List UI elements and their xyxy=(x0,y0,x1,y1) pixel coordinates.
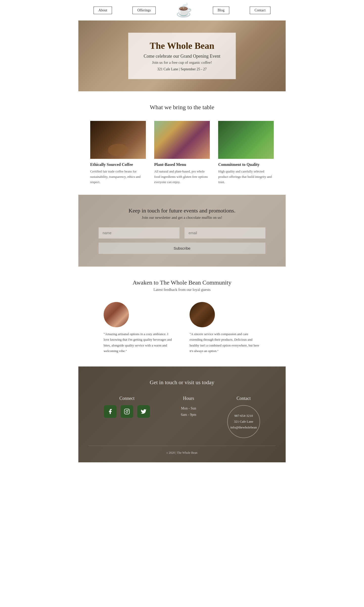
plant-image xyxy=(218,121,274,159)
hero-section: The Whole Bean Come celebrate our Grand … xyxy=(78,20,286,91)
footer-hours: Hours Mon - Sun 6am - 9pm xyxy=(181,396,196,438)
newsletter-input-row xyxy=(99,227,265,239)
hero-subtitle: Come celebrate our Grand Opening Event xyxy=(144,54,220,59)
footer-columns: Connect xyxy=(88,396,276,438)
feature-coffee-desc: Certified fair trade coffee beans for su… xyxy=(90,169,146,185)
newsletter-heading: Keep in touch for future events and prom… xyxy=(99,207,265,214)
logo: ☕ xyxy=(176,3,192,18)
features-heading: What we bring to the table xyxy=(88,104,276,111)
newsletter-subtext: Join our newsletter and get a chocolate … xyxy=(99,215,265,220)
email-input[interactable] xyxy=(185,227,265,239)
contact-address: 321 Cafe Lane xyxy=(234,419,253,424)
nav-offerings[interactable]: Offerings xyxy=(132,7,155,14)
testimonial-1: "Amazing artisanal options in a cozy amb… xyxy=(104,302,174,354)
hero-address: 321 Cafe Lane | September 25 - 27 xyxy=(144,67,220,71)
coffee-cup-icon: ☕ xyxy=(176,3,192,18)
contact-circle: 987-654-3210 321 Cafe Lane info@thewhole… xyxy=(227,405,260,438)
features-section: What we bring to the table Ethically Sou… xyxy=(78,91,286,195)
connect-title: Connect xyxy=(104,396,150,401)
newsletter-form: Subscribe xyxy=(99,227,265,254)
facebook-icon[interactable] xyxy=(104,405,117,418)
nav-contact[interactable]: Contact xyxy=(250,7,270,14)
subscribe-button[interactable]: Subscribe xyxy=(99,243,265,254)
contact-email: info@thewholebean xyxy=(230,424,257,430)
feature-coffee-title: Ethically Sourced Coffee xyxy=(90,162,146,167)
footer-section: Get in touch or visit us today Connect xyxy=(78,366,286,462)
feature-quality-desc: High quality and carefully selected prod… xyxy=(218,169,274,185)
nav-blog[interactable]: Blog xyxy=(213,7,229,14)
testimonial-2: "A sincere service with compassion and c… xyxy=(190,302,260,354)
features-list: Ethically Sourced Coffee Certified fair … xyxy=(88,121,276,185)
community-heading: Awaken to The Whole Bean Community xyxy=(88,279,276,286)
twitter-icon[interactable] xyxy=(137,405,150,418)
nav-about[interactable]: About xyxy=(94,7,112,14)
instagram-icon[interactable] xyxy=(121,405,133,418)
hours-title: Hours xyxy=(181,396,196,401)
figs-image xyxy=(154,121,210,159)
feature-plant: Plant-Based Menu All natural and plant-b… xyxy=(154,121,210,185)
name-input[interactable] xyxy=(99,227,179,239)
footer-heading: Get in touch or visit us today xyxy=(88,379,276,386)
contact-phone: 987-654-3210 xyxy=(234,413,253,419)
feature-plant-title: Plant-Based Menu xyxy=(154,162,210,167)
community-section: Awaken to The Whole Bean Community Lates… xyxy=(78,267,286,366)
community-subtext: Latest feedback from our loyal guests xyxy=(88,288,276,292)
svg-point-1 xyxy=(126,410,128,413)
hours-time: 6am - 9pm xyxy=(181,411,196,418)
feature-quality: Commitment to Quality High quality and c… xyxy=(218,121,274,185)
svg-point-2 xyxy=(128,410,129,410)
navigation: About Offerings ☕ Blog Contact xyxy=(78,0,286,20)
hero-card: The Whole Bean Come celebrate our Grand … xyxy=(128,33,236,79)
testimonial-1-quote: "Amazing artisanal options in a cozy amb… xyxy=(104,331,174,354)
copyright: c 2020 | The Whole Bean xyxy=(88,446,276,455)
svg-rect-0 xyxy=(124,409,129,414)
feature-quality-title: Commitment to Quality xyxy=(218,162,274,167)
hours-days: Mon - Sun xyxy=(181,405,196,411)
contact-title: Contact xyxy=(227,396,260,401)
feature-coffee: Ethically Sourced Coffee Certified fair … xyxy=(90,121,146,185)
coffee-image xyxy=(90,121,146,159)
hero-sub2: Join us for a free cup of organic coffee… xyxy=(144,60,220,65)
brand-title: The Whole Bean xyxy=(144,40,220,51)
social-icons xyxy=(104,405,150,418)
newsletter-section: Keep in touch for future events and prom… xyxy=(78,195,286,267)
avatar-2 xyxy=(190,302,215,327)
testimonials-list: "Amazing artisanal options in a cozy amb… xyxy=(88,302,276,354)
footer-connect: Connect xyxy=(104,396,150,438)
feature-plant-desc: All natural and plant-based, pro whole f… xyxy=(154,169,210,185)
avatar-1 xyxy=(104,302,129,327)
testimonial-2-quote: "A sincere service with compassion and c… xyxy=(190,331,260,354)
footer-contact: Contact 987-654-3210 321 Cafe Lane info@… xyxy=(227,396,260,438)
